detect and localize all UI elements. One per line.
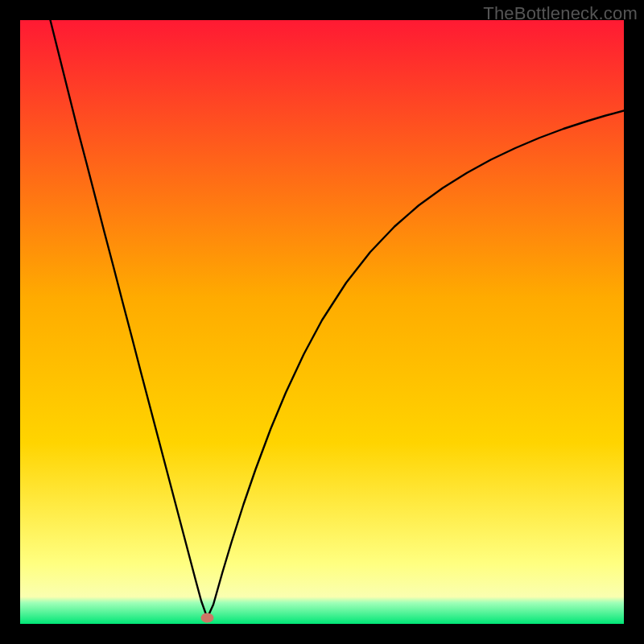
bottleneck-chart bbox=[20, 20, 624, 624]
plot-area bbox=[20, 20, 624, 624]
optimum-marker bbox=[201, 613, 214, 623]
chart-frame: TheBottleneck.com bbox=[0, 0, 644, 644]
